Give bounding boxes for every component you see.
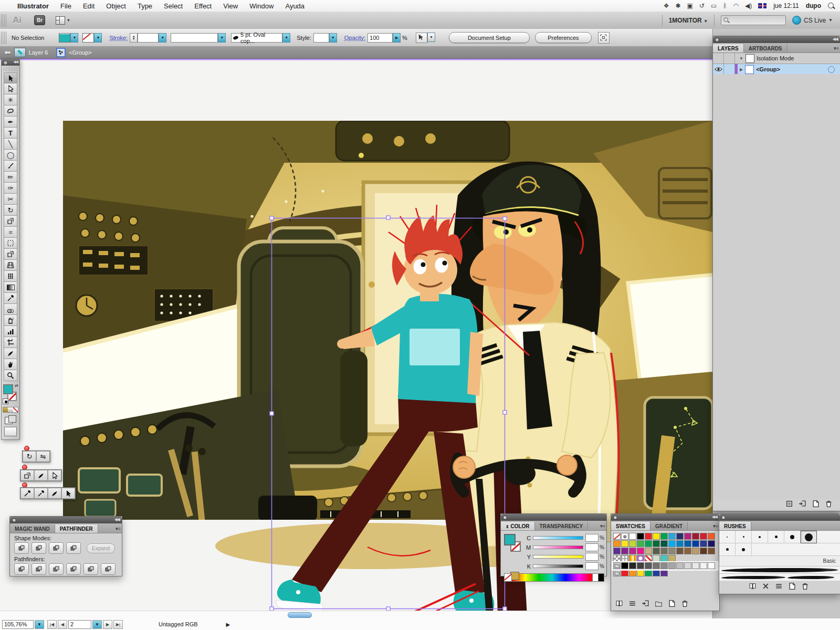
stroke-link[interactable]: Stroke: — [109, 35, 128, 41]
bluetooth-icon[interactable]: ᛒ — [723, 2, 727, 9]
color-swatch[interactable] — [692, 533, 699, 540]
layer-row-isolation[interactable]: ▼ Isolation Mode — [713, 53, 840, 64]
brush-libraries-button[interactable] — [749, 582, 757, 592]
color-swatch[interactable] — [700, 548, 707, 554]
stroke-dropdown-arrow[interactable]: ▼ — [94, 33, 102, 43]
rotate-tool[interactable]: ↻ — [4, 205, 17, 216]
color-swatch[interactable] — [613, 540, 621, 547]
color-swatch[interactable] — [676, 540, 684, 547]
stroke-weight-stepper[interactable]: ▲▼ — [130, 33, 138, 43]
selection-handle[interactable] — [270, 216, 274, 220]
live-paint-selection-tool[interactable] — [48, 470, 61, 481]
language-flag-uk-icon[interactable] — [758, 3, 766, 8]
color-group-folder-icon[interactable] — [613, 570, 621, 576]
layer-row-group[interactable]: ▶ <Group> — [713, 64, 840, 75]
artboard-number-field[interactable]: 2 — [68, 620, 91, 629]
line-segment-tool[interactable]: ╲ — [4, 139, 17, 150]
color-swatch[interactable] — [645, 548, 652, 554]
brush-item[interactable] — [719, 531, 736, 543]
color-swatch[interactable] — [637, 540, 644, 547]
default-fill-stroke-icon[interactable] — [3, 398, 8, 404]
isolation-layer-label[interactable]: Layer 6 — [29, 49, 48, 56]
fill-indicator[interactable] — [3, 384, 13, 394]
swatch-kinds-button[interactable] — [628, 600, 636, 609]
color-swatch[interactable] — [653, 562, 660, 569]
column-graph-tool[interactable] — [4, 326, 17, 337]
swatch-pattern-dot[interactable] — [637, 555, 644, 562]
menu-item-type[interactable]: Type — [132, 2, 158, 10]
menu-item-view[interactable]: View — [217, 2, 244, 10]
remove-brush-stroke-button[interactable] — [762, 582, 770, 592]
none-swatch[interactable] — [504, 573, 512, 582]
tab-swatches[interactable]: SWATCHES — [611, 522, 650, 530]
color-swatch[interactable] — [637, 548, 644, 554]
select-similar-control[interactable]: ▼ — [416, 33, 435, 43]
fill-color-swatch[interactable] — [59, 33, 70, 43]
paintbrush-tool[interactable] — [4, 161, 17, 172]
color-swatch[interactable] — [660, 562, 668, 569]
color-swatch[interactable] — [708, 548, 715, 554]
color-swatch[interactable] — [684, 562, 691, 569]
layers-panel-header[interactable]: ◀◀ — [713, 36, 840, 43]
swatches-panel-header[interactable]: ◀◀ — [611, 514, 719, 521]
zoom-level-field[interactable]: 105,76% — [2, 620, 34, 629]
preferences-button[interactable]: Preferences — [535, 32, 592, 43]
fill-dropdown-arrow[interactable]: ▼ — [70, 33, 78, 43]
free-transform-tool[interactable] — [4, 238, 17, 249]
lock-toggle-cell[interactable] — [724, 64, 735, 75]
swatch-pattern-checker[interactable] — [613, 555, 621, 562]
tab-pathfinder[interactable]: PATHFINDER — [55, 524, 98, 533]
document-setup-button[interactable]: Document Setup — [449, 32, 530, 43]
color-swatch[interactable] — [629, 540, 636, 547]
time-machine-icon[interactable]: ↺ — [699, 2, 705, 9]
isolation-group-label[interactable]: <Group> — [69, 49, 91, 56]
volume-icon[interactable]: ◀) — [745, 2, 752, 9]
delete-swatch-button[interactable] — [681, 600, 689, 609]
magic-wand-tool[interactable]: ✳ — [4, 94, 17, 106]
color-swatch[interactable] — [653, 555, 660, 562]
horizontal-scrollbar-thumb[interactable] — [288, 612, 312, 618]
rotate-tool[interactable]: ↻ — [23, 451, 36, 462]
swatch-pattern-stripes[interactable] — [629, 555, 636, 562]
swatch-none[interactable] — [613, 533, 621, 540]
live-paint-bucket-tool[interactable] — [34, 470, 48, 481]
target-circle-icon[interactable] — [828, 66, 835, 73]
color-swatch[interactable] — [700, 540, 707, 547]
outline-button[interactable] — [83, 563, 98, 575]
zoom-tool[interactable] — [4, 370, 17, 381]
color-swatch[interactable] — [676, 562, 684, 569]
c-value-field[interactable] — [585, 534, 598, 542]
scale-tool[interactable] — [4, 216, 17, 227]
color-swatch[interactable] — [708, 533, 715, 540]
opacity-link[interactable]: Opacity: — [344, 35, 365, 41]
gradient-tool[interactable] — [4, 282, 17, 293]
color-swatch[interactable] — [684, 548, 691, 554]
brush-options-button[interactable] — [775, 582, 783, 592]
swap-fill-stroke-icon[interactable]: ⇄ — [15, 383, 18, 388]
minus-front-button[interactable] — [32, 542, 46, 554]
selection-handle[interactable] — [270, 412, 274, 415]
menu-item-object[interactable]: Object — [100, 2, 132, 10]
isolation-back-button[interactable]: ⬅ — [4, 48, 11, 57]
color-group-folder-icon[interactable] — [613, 562, 621, 569]
brush-item[interactable] — [736, 543, 752, 556]
ellipse-tool[interactable]: ◯ — [4, 150, 17, 161]
style-combo[interactable]: ▼ — [313, 33, 337, 43]
tab-transparency[interactable]: TRANSPARENCY — [535, 522, 589, 530]
color-swatch[interactable] — [668, 533, 676, 540]
stroke-color-control[interactable]: ▼ — [82, 33, 102, 43]
minus-back-button[interactable] — [101, 563, 116, 575]
color-swatch[interactable] — [613, 548, 621, 554]
none-button[interactable] — [13, 407, 18, 412]
art-brush-row[interactable] — [719, 566, 840, 574]
video-icon[interactable]: ▣ — [687, 2, 693, 9]
fill-proxy[interactable] — [504, 534, 516, 545]
tab-gradient[interactable]: GRADIENT — [650, 522, 688, 530]
visibility-toggle[interactable] — [713, 64, 724, 75]
expand-button[interactable]: Expand — [87, 543, 115, 553]
k-value-field[interactable] — [585, 562, 598, 570]
color-swatch[interactable] — [668, 555, 676, 562]
color-swatch[interactable] — [708, 540, 715, 547]
selection-tool[interactable] — [4, 72, 17, 83]
color-swatch[interactable] — [668, 562, 676, 569]
